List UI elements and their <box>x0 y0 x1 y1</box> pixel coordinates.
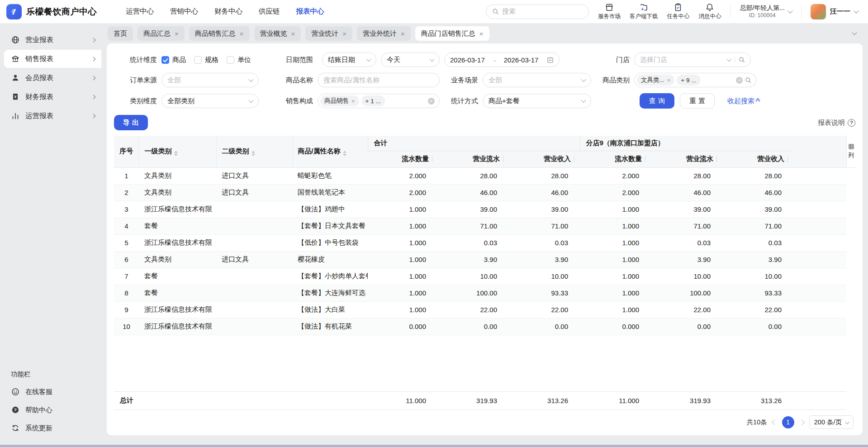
sidebar-item-member-report[interactable]: 会员报表 <box>0 69 101 87</box>
close-tab-icon[interactable]: × <box>240 30 244 37</box>
tab-business-stats[interactable]: 营业统计× <box>305 26 352 41</box>
sidebar-item-sales-report[interactable]: 销售报表 <box>4 50 101 68</box>
tab-home[interactable]: 首页 <box>108 26 133 41</box>
date-type-select[interactable]: 结账日期 <box>322 52 376 67</box>
page-size-select[interactable]: 200 条/页 <box>809 415 854 429</box>
quick-action-service-market[interactable]: 服务市场 <box>598 3 621 20</box>
checkbox-spec[interactable]: 规格 <box>194 56 218 64</box>
tab-product-sales-summary[interactable]: 商品销售汇总× <box>189 26 250 41</box>
table-empty-space <box>114 335 855 392</box>
product-name-input[interactable]: 搜索商品/属性名称 <box>318 73 440 87</box>
tab-list-expand-button[interactable] <box>853 33 856 34</box>
brand[interactable]: 乐檬餐饮商户中心 <box>6 4 97 19</box>
tab-product-summary[interactable]: 商品汇总× <box>138 26 185 41</box>
sidebar-item-business-report[interactable]: 营业报表 <box>0 31 101 49</box>
search-icon[interactable] <box>745 77 751 83</box>
col-header-flow-qty[interactable]: 流水数量 <box>368 151 438 167</box>
checkbox-unit[interactable]: 单位 <box>227 56 251 64</box>
category-tag[interactable]: 文具类...× <box>637 75 674 86</box>
composition-tag[interactable]: 商品销售× <box>320 95 359 106</box>
checkbox-product[interactable]: 商品 <box>161 56 186 64</box>
cell-cat1: 文具类别 <box>139 251 216 268</box>
stat-method-select[interactable]: 商品+套餐 <box>483 94 591 108</box>
start-date[interactable]: 2026-03-17 <box>450 56 485 64</box>
sidebar-item-finance-report[interactable]: 财务报表 <box>0 88 101 106</box>
org-selector[interactable]: 总部/年轻人第... ID: 100004 <box>740 4 792 19</box>
tab-product-store-sales-summary[interactable]: 商品门店销售汇总× <box>415 26 489 41</box>
composition-more-tag[interactable]: + 1 ... <box>361 95 385 106</box>
business-scene-select[interactable]: 全部 <box>483 73 591 87</box>
col-header-revenue[interactable]: 营业收入 <box>509 151 580 167</box>
org-name: 总部/年轻人第... <box>740 4 785 12</box>
store-select[interactable]: 选择门店 <box>634 52 751 67</box>
remove-tag-icon[interactable]: × <box>351 98 355 105</box>
total-count: 共10条 <box>747 418 767 427</box>
quick-action-task-center[interactable]: 任务中心 <box>667 3 689 20</box>
close-tab-icon[interactable]: × <box>291 30 295 37</box>
col-header-flow-qty[interactable]: 流水数量 <box>580 151 651 167</box>
next-page-button[interactable] <box>799 419 805 425</box>
end-date[interactable]: 2026-03-17 <box>504 56 539 64</box>
clear-icon[interactable]: × <box>428 98 435 105</box>
tab-non-business-stats[interactable]: 营业外统计× <box>357 26 411 41</box>
sort-icon <box>251 151 255 156</box>
query-button[interactable]: 查询 <box>640 93 674 109</box>
clear-icon[interactable]: × <box>736 77 743 84</box>
category-more-tag[interactable]: + 9 ... <box>677 75 700 86</box>
prev-page-button[interactable] <box>772 419 778 425</box>
tab-business-overview[interactable]: 营业概览× <box>254 26 301 41</box>
quick-action-message-center[interactable]: 消息中心 <box>698 3 721 20</box>
menu-item-supply-chain[interactable]: 供应链 <box>259 7 280 16</box>
user-menu[interactable]: 汪一一 <box>811 4 858 19</box>
column-settings-button[interactable]: 列 <box>846 136 855 168</box>
col-header-flow-amount[interactable]: 营业流水 <box>438 151 509 167</box>
menu-item-finance-center[interactable]: 财务中心 <box>214 7 242 16</box>
filter-stat-method: 统计方式 商品+套餐 <box>444 93 596 109</box>
close-tab-icon[interactable]: × <box>401 30 405 37</box>
page-number-button[interactable]: 1 <box>782 416 794 428</box>
close-tab-icon[interactable]: × <box>175 30 179 37</box>
category-dimension-select[interactable]: 全部类别 <box>161 94 259 108</box>
menu-item-operation-center[interactable]: 运营中心 <box>126 7 154 16</box>
cell-revenue: 0.03 <box>722 234 793 251</box>
quick-action-client-download[interactable]: 客户端下载 <box>630 3 658 20</box>
col-header-cat2[interactable]: 二级类别 <box>216 136 292 167</box>
date-range-input[interactable]: 2026-03-17 → 2026-03-17 <box>444 52 560 67</box>
date-preset-select[interactable]: 今天 <box>381 52 440 67</box>
col-header-cat1[interactable]: 一级类别 <box>139 136 216 167</box>
sales-composition-select[interactable]: 商品销售× + 1 ... × <box>318 94 440 108</box>
close-tab-icon[interactable]: × <box>342 30 346 37</box>
chevron-down-icon <box>581 98 586 103</box>
col-header-product-name[interactable]: 商品/属性名称 <box>292 136 368 167</box>
cell-revenue: 93.33 <box>722 285 793 301</box>
col-header-revenue[interactable]: 营业收入 <box>722 151 793 167</box>
col-header-flow-amount[interactable]: 营业流水 <box>651 151 722 167</box>
cell-cat2 <box>216 201 292 218</box>
avatar <box>811 4 826 19</box>
sidebar-item-help-center[interactable]: ? 帮助中心 <box>0 401 101 418</box>
cell-flow-qty: 1.000 <box>368 234 438 251</box>
refresh-icon <box>11 424 19 432</box>
collapse-search-link[interactable]: 收起搜索 <box>727 97 759 105</box>
product-category-select[interactable]: 文具类...× + 9 ... × <box>634 73 756 87</box>
search-placeholder: 搜索 <box>502 7 516 16</box>
search-icon[interactable] <box>739 57 745 63</box>
remove-tag-icon[interactable]: × <box>667 77 671 84</box>
download-icon <box>639 3 648 12</box>
menu-item-marketing-center[interactable]: 营销中心 <box>170 7 198 16</box>
bell-icon <box>705 3 714 12</box>
global-search-input[interactable]: 搜索 <box>486 5 589 19</box>
reset-button[interactable]: 重置 <box>680 93 715 109</box>
cell-flow-qty: 1.000 <box>368 218 438 234</box>
report-help-link[interactable]: 报表说明 ? <box>818 119 855 127</box>
cell-flow-amount: 39.00 <box>651 201 722 218</box>
menu-item-report-center[interactable]: 报表中心 <box>296 7 324 16</box>
close-tab-icon[interactable]: × <box>479 30 484 37</box>
sidebar-item-operation-report[interactable]: 运营报表 <box>0 107 101 125</box>
cell-filler <box>793 318 846 335</box>
export-button[interactable]: 导出 <box>114 115 148 130</box>
sidebar-item-system-update[interactable]: 系统更新 <box>0 419 101 437</box>
sidebar-item-online-support[interactable]: 在线客服 <box>0 383 101 400</box>
order-source-select[interactable]: 全部 <box>161 73 259 87</box>
column-settings-label: 列 <box>848 151 854 159</box>
